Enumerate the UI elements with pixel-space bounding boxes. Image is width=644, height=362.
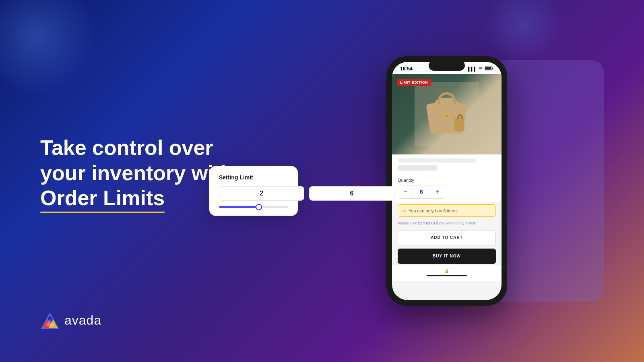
- battery-icon: [485, 66, 493, 72]
- phone-mockup: 16:54 ▌▌▌: [386, 56, 507, 306]
- avada-logo-icon: [40, 311, 60, 330]
- popup-slider-fill: [219, 206, 260, 208]
- popup-min-input[interactable]: [219, 186, 304, 201]
- phone-bottom: 🔒: [392, 265, 502, 281]
- wifi-icon: [478, 66, 483, 71]
- quantity-section: Quantity − 6 +: [392, 175, 502, 202]
- right-content: 16:54 ▌▌▌: [282, 0, 612, 362]
- signal-icon: ▌▌▌: [468, 67, 477, 71]
- logo-text: avada: [64, 313, 101, 328]
- popup-slider[interactable]: [219, 206, 288, 208]
- contact-note: Please click Contact us if you want to b…: [392, 219, 502, 228]
- contact-us-link[interactable]: Contact us: [418, 221, 435, 225]
- contact-note-prefix: Please click: [398, 221, 417, 225]
- contact-note-suffix: if you want to buy in bulk: [436, 221, 476, 225]
- warning-text: You can only buy 6 items: [409, 208, 458, 213]
- main-background: Take control over your inventory with Or…: [0, 0, 644, 362]
- quantity-plus-button[interactable]: +: [430, 185, 445, 198]
- warning-banner: ⚠ You can only buy 6 items: [398, 204, 496, 217]
- quantity-label: Quantity: [398, 178, 496, 183]
- quantity-value: 6: [413, 185, 430, 198]
- quantity-control[interactable]: − 6 +: [398, 185, 445, 199]
- popup-slider-thumb: [256, 204, 262, 210]
- decorative-circle-tl: [0, 0, 97, 97]
- logo-area: avada: [40, 311, 101, 330]
- handbag-image: [415, 82, 479, 146]
- product-title-blurred: [398, 158, 476, 162]
- status-time: 16:54: [400, 66, 413, 72]
- setting-limit-popup: Setting Limit: [209, 166, 298, 216]
- product-image-container: LIMIT EDITION: [392, 74, 502, 154]
- product-price-blurred: [398, 165, 437, 171]
- svg-rect-5: [493, 68, 493, 69]
- status-icons: ▌▌▌: [468, 66, 493, 72]
- popup-max-input[interactable]: [309, 186, 394, 201]
- lock-icon: 🔒: [444, 269, 449, 273]
- limit-edition-badge: LIMIT EDITION: [397, 79, 431, 86]
- quantity-minus-button[interactable]: −: [398, 185, 413, 198]
- popup-inputs: [219, 186, 288, 201]
- svg-point-11: [446, 115, 448, 117]
- warning-icon: ⚠: [402, 208, 406, 213]
- add-to-cart-button[interactable]: ADD TO CART: [398, 230, 496, 245]
- dynamic-island: [429, 60, 465, 71]
- buy-it-now-button[interactable]: BUY IT NOW: [398, 249, 496, 264]
- home-indicator: [427, 275, 467, 276]
- svg-rect-6: [485, 67, 491, 70]
- popup-title: Setting Limit: [219, 174, 288, 181]
- phone-screen: 16:54 ▌▌▌: [392, 62, 502, 300]
- product-details: [392, 154, 502, 175]
- headline-line1: Take control over: [40, 135, 282, 160]
- headline-line3: Order Limits: [40, 185, 165, 210]
